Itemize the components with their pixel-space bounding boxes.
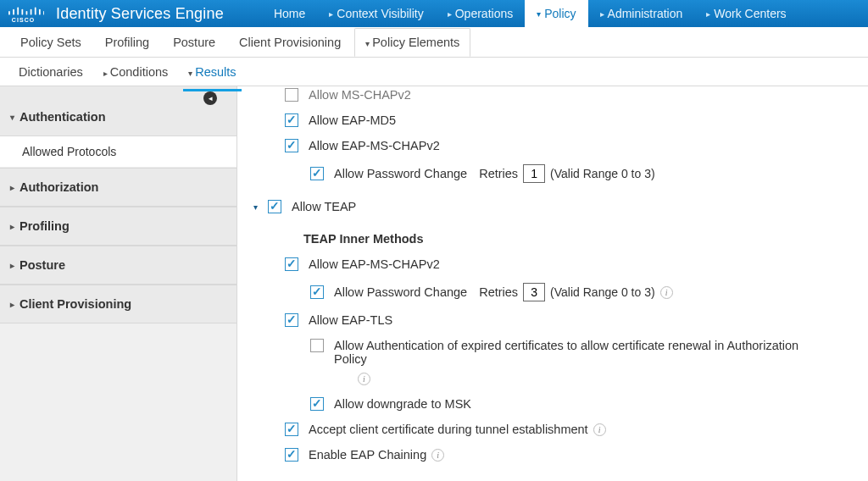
- label-accept-client-cert: Accept client certificate during tunnel …: [309, 423, 588, 436]
- label-retries-2: Retries: [479, 285, 518, 299]
- nav-work-centers[interactable]: Work Centers: [694, 0, 798, 27]
- sidebar-client-provisioning[interactable]: Client Provisioning: [0, 285, 236, 323]
- tab-client-provisioning[interactable]: Client Provisioning: [229, 29, 351, 56]
- checkbox-downgrade-msk[interactable]: [310, 397, 324, 411]
- sub-nav-2: Dictionaries Conditions Results: [0, 58, 868, 86]
- checkbox-eap-ms-chapv2[interactable]: [285, 139, 298, 152]
- info-icon[interactable]: i: [358, 373, 370, 385]
- checkbox-password-change-1[interactable]: [310, 167, 324, 180]
- brand-bar: CISCO Identity Services Engine Home Cont…: [0, 0, 868, 27]
- sidebar-profiling[interactable]: Profiling: [0, 207, 236, 246]
- label-expired-cert: Allow Authentication of expired certific…: [334, 339, 809, 366]
- teap-caret-icon[interactable]: ▾: [251, 202, 259, 212]
- checkbox-eap-tls[interactable]: [285, 313, 298, 327]
- label-ms-chapv2: Allow MS-CHAPv2: [309, 88, 411, 102]
- nav-policy[interactable]: Policy: [525, 0, 587, 27]
- tab-dictionaries[interactable]: Dictionaries: [10, 60, 92, 84]
- checkbox-accept-client-cert[interactable]: [285, 423, 298, 436]
- checkbox-eap-md5[interactable]: [285, 113, 298, 127]
- sidebar-posture[interactable]: Posture: [0, 246, 236, 285]
- label-eap-chaining: Enable EAP Chaining: [309, 448, 426, 462]
- tab-conditions[interactable]: Conditions: [95, 60, 177, 84]
- nav-operations[interactable]: Operations: [436, 0, 525, 27]
- sidebar-collapse-button[interactable]: [203, 91, 217, 105]
- input-retries-2[interactable]: [523, 283, 545, 301]
- sidebar-allowed-protocols[interactable]: Allowed Protocols: [0, 136, 236, 168]
- label-teap-eap-mschapv2: Allow EAP-MS-CHAPv2: [309, 257, 440, 271]
- cisco-logo: CISCO: [0, 3, 54, 24]
- hint-valid-range-2: (Valid Range 0 to 3): [550, 285, 654, 299]
- info-icon[interactable]: i: [431, 449, 444, 462]
- nav-home[interactable]: Home: [262, 0, 317, 27]
- checkbox-allow-teap[interactable]: [268, 200, 281, 213]
- nav-context-visibility[interactable]: Context Visibility: [317, 0, 435, 27]
- input-retries-1[interactable]: [523, 164, 545, 183]
- checkbox-eap-chaining[interactable]: [285, 448, 298, 462]
- label-downgrade-msk: Allow downgrade to MSK: [334, 397, 471, 411]
- app-title: Identity Services Engine: [54, 5, 224, 23]
- hint-valid-range-1: (Valid Range 0 to 3): [550, 167, 654, 180]
- tab-profiling[interactable]: Profiling: [95, 29, 159, 56]
- sidebar: Authentication Allowed Protocols Authori…: [0, 86, 237, 481]
- sidebar-authorization[interactable]: Authorization: [0, 168, 236, 207]
- info-icon[interactable]: i: [593, 423, 606, 436]
- label-password-change-1: Allow Password Change: [334, 167, 467, 180]
- label-eap-ms-chapv2: Allow EAP-MS-CHAPv2: [309, 139, 440, 152]
- label-allow-teap: Allow TEAP: [292, 200, 356, 213]
- checkbox-password-change-2[interactable]: [310, 285, 324, 299]
- sub-nav: Policy Sets Profiling Posture Client Pro…: [0, 27, 868, 58]
- info-icon[interactable]: i: [660, 286, 673, 299]
- checkbox-teap-eap-mschapv2[interactable]: [285, 257, 298, 271]
- checkbox-ms-chapv2[interactable]: [285, 88, 298, 102]
- label-password-change-2: Allow Password Change: [334, 285, 467, 299]
- label-eap-tls: Allow EAP-TLS: [309, 313, 392, 327]
- top-nav: Home Context Visibility Operations Polic…: [262, 0, 798, 27]
- heading-teap-inner: TEAP Inner Methods: [285, 232, 854, 246]
- nav-administration[interactable]: Administration: [588, 0, 695, 27]
- label-eap-md5: Allow EAP-MD5: [309, 113, 396, 127]
- tab-policy-sets[interactable]: Policy Sets: [10, 29, 92, 56]
- label-retries-1: Retries: [479, 167, 518, 180]
- tab-policy-elements[interactable]: Policy Elements: [354, 28, 470, 57]
- checkbox-expired-cert[interactable]: [310, 339, 324, 352]
- tab-results[interactable]: Results: [180, 60, 244, 84]
- svg-text:CISCO: CISCO: [12, 17, 36, 23]
- content-pane: Allow MS-CHAPv2 Allow EAP-MD5 Allow EAP-…: [237, 86, 868, 481]
- tab-posture[interactable]: Posture: [163, 29, 225, 56]
- sidebar-authentication[interactable]: Authentication: [0, 86, 236, 136]
